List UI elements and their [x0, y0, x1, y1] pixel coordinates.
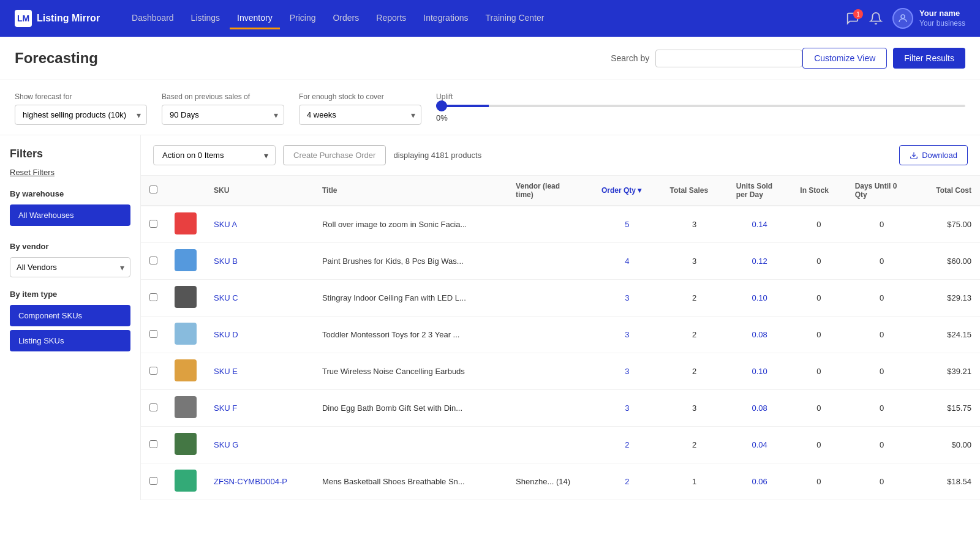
sku-link[interactable]: ZFSN-CYMBD004-P	[214, 477, 287, 486]
title-cell: Toddler Montessori Toys for 2 3 Year ...	[314, 317, 507, 353]
user-area[interactable]: Your name Your business	[892, 8, 965, 29]
order-qty-link[interactable]: 4	[625, 257, 629, 266]
messages-icon-btn[interactable]: 1	[846, 12, 859, 25]
stock-cover-select[interactable]: 1 week2 weeks4 weeks8 weeks12 weeks	[299, 105, 421, 125]
order-qty-link[interactable]: 2	[625, 477, 629, 486]
units-per-day-link[interactable]: 0.14	[752, 220, 767, 229]
nav-link-inventory[interactable]: Inventory	[230, 8, 280, 29]
in-stock-cell: 0	[791, 243, 846, 280]
units-per-day-link[interactable]: 0.04	[752, 440, 767, 449]
units-per-day-link[interactable]: 0.06	[752, 477, 767, 486]
filter-results-button[interactable]: Filter Results	[893, 48, 965, 69]
units-per-day-cell: 0.08	[728, 390, 791, 427]
row-checkbox[interactable]	[149, 293, 157, 301]
component-skus-button[interactable]: Component SKUs	[10, 305, 130, 326]
order-qty-link[interactable]: 3	[625, 330, 629, 339]
in-stock-cell: 0	[791, 206, 846, 243]
search-input[interactable]	[655, 50, 802, 67]
order-qty-link[interactable]: 5	[625, 220, 629, 229]
sku-cell: SKU A	[205, 206, 314, 243]
units-per-day-link[interactable]: 0.10	[752, 367, 767, 376]
nav-links: DashboardListingsInventoryPricingOrdersR…	[124, 8, 846, 29]
show-forecast-select[interactable]: highest selling products (10k)all produc…	[15, 105, 147, 125]
by-vendor-label: By vendor	[10, 242, 130, 251]
nav-link-dashboard[interactable]: Dashboard	[124, 8, 181, 29]
row-checkbox[interactable]	[149, 367, 157, 375]
customize-view-button[interactable]: Customize View	[802, 48, 887, 69]
sku-link[interactable]: SKU C	[214, 293, 238, 302]
units-per-day-link[interactable]: 0.08	[752, 330, 767, 339]
action-select[interactable]: Action on 0 Items	[153, 145, 276, 165]
sku-link[interactable]: SKU A	[214, 220, 237, 229]
in-stock-cell: 0	[791, 280, 846, 317]
based-on-select-wrapper: 30 Days60 Days90 Days180 Days365 Days	[162, 105, 284, 125]
reset-filters-link[interactable]: Reset Filters	[10, 168, 130, 177]
order-qty-col-header[interactable]: Order Qty ▾	[593, 176, 662, 206]
vendor-cell: Shenzhe... (14)	[507, 463, 593, 500]
sku-link[interactable]: SKU B	[214, 257, 238, 266]
row-checkbox[interactable]	[149, 257, 157, 264]
row-checkbox[interactable]	[149, 330, 157, 338]
product-img-cell	[166, 243, 205, 280]
nav-link-listings[interactable]: Listings	[184, 8, 227, 29]
listing-skus-button[interactable]: Listing SKUs	[10, 330, 130, 351]
logo[interactable]: LM Listing Mirror	[15, 10, 100, 27]
table-row: ZFSN-CYMBD004-P Mens Basketball Shoes Br…	[141, 463, 980, 500]
nav-link-reports[interactable]: Reports	[369, 8, 413, 29]
nav-link-integrations[interactable]: Integrations	[416, 8, 475, 29]
row-checkbox[interactable]	[149, 220, 157, 228]
product-img-cell	[166, 390, 205, 427]
units-per-day-link[interactable]: 0.10	[752, 293, 767, 302]
sku-link[interactable]: SKU E	[214, 367, 238, 376]
vendor-select[interactable]: All VendorsVendor AVendor B	[10, 257, 130, 277]
sku-link[interactable]: SKU G	[214, 440, 238, 449]
title-cell: True Wireless Noise Cancelling Earbuds	[314, 353, 507, 390]
sku-link[interactable]: SKU F	[214, 403, 237, 413]
row-checkbox-cell	[141, 317, 166, 353]
nav-link-training-center[interactable]: Training Center	[478, 8, 551, 29]
select-all-checkbox[interactable]	[149, 186, 157, 193]
days-until-0-cell: 0	[846, 463, 918, 500]
sku-link[interactable]: SKU D	[214, 330, 238, 339]
row-checkbox[interactable]	[149, 440, 157, 448]
product-img-cell	[166, 280, 205, 317]
order-qty-link[interactable]: 2	[625, 440, 629, 449]
download-button[interactable]: Download	[899, 145, 968, 165]
warehouse-all-button[interactable]: All Warehouses	[10, 204, 130, 226]
table-body: SKU A Roll over image to zoom in Sonic F…	[141, 206, 980, 500]
nav-link-pricing[interactable]: Pricing	[282, 8, 323, 29]
in-stock-cell: 0	[791, 463, 846, 500]
in-stock-cell: 0	[791, 390, 846, 427]
stock-cover-group: For enough stock to cover 1 week2 weeks4…	[299, 92, 421, 125]
by-warehouse-section: By warehouse All Warehouses	[10, 189, 130, 230]
uplift-slider[interactable]	[436, 105, 965, 107]
bell-icon-btn[interactable]	[869, 12, 883, 25]
logo-icon: LM	[15, 10, 32, 27]
units-per-day-link[interactable]: 0.12	[752, 257, 767, 266]
units-per-day-cell: 0.06	[728, 463, 791, 500]
based-on-select[interactable]: 30 Days60 Days90 Days180 Days365 Days	[162, 105, 284, 125]
order-qty-link[interactable]: 3	[625, 403, 629, 413]
days-until-0-cell: 0	[846, 353, 918, 390]
row-checkbox-cell	[141, 390, 166, 427]
nav-link-orders[interactable]: Orders	[325, 8, 366, 29]
create-po-button[interactable]: Create Purchase Order	[283, 145, 386, 165]
title-cell: Roll over image to zoom in Sonic Facia..…	[314, 206, 507, 243]
product-img-cell	[166, 427, 205, 463]
total-cost-cell: $39.21	[917, 353, 980, 390]
total-sales-cell: 1	[662, 463, 728, 500]
order-qty-link[interactable]: 3	[625, 293, 629, 302]
units-per-day-link[interactable]: 0.08	[752, 403, 767, 413]
page-title: Forecasting	[15, 50, 611, 67]
vendor-cell	[507, 243, 593, 280]
vendor-cell	[507, 427, 593, 463]
displaying-text: displaying 4181 products	[393, 151, 892, 160]
product-image	[175, 212, 197, 234]
show-forecast-select-wrapper: highest selling products (10k)all produc…	[15, 105, 147, 125]
days-until-0-cell: 0	[846, 390, 918, 427]
in-stock-cell: 0	[791, 427, 846, 463]
row-checkbox[interactable]	[149, 403, 157, 411]
search-area: Search by	[611, 50, 802, 67]
order-qty-link[interactable]: 3	[625, 367, 629, 376]
row-checkbox[interactable]	[149, 477, 157, 485]
